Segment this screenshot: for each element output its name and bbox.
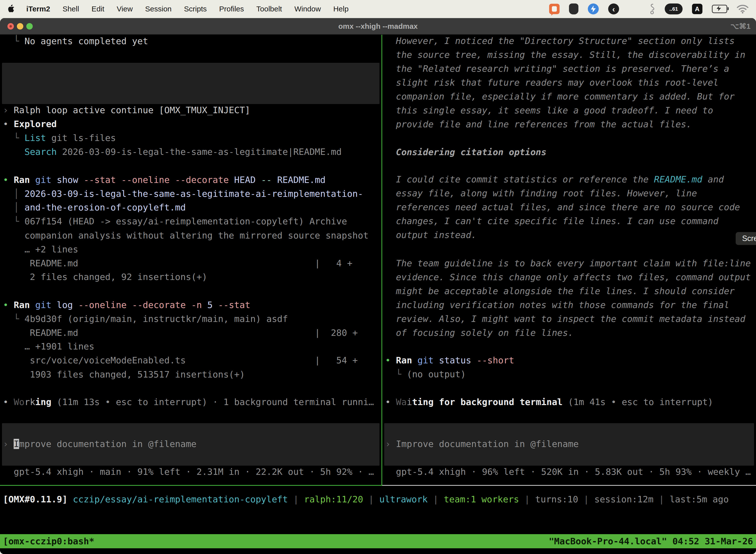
menu-item-shell[interactable]: Shell — [63, 5, 79, 13]
ralph-loop-box — [2, 63, 379, 104]
menu-item-window[interactable]: Window — [295, 5, 321, 13]
terminal-line: I could cite commit statistics or refere… — [385, 172, 724, 186]
menu-item-toolbelt[interactable]: Toolbelt — [256, 5, 282, 13]
terminal-line: the "Related research writing" section i… — [385, 62, 729, 76]
terminal-line: … +2 lines — [3, 242, 78, 257]
wifi-icon[interactable] — [737, 4, 749, 14]
terminal-line: │ and-the-erosion-of-copyleft.md — [3, 201, 186, 214]
menu-status-icons: ‹ ..61 A — [549, 3, 749, 15]
terminal-line: of focusing solely on file lines. — [385, 326, 573, 340]
terminal-line: However, I noticed the "Directory Struct… — [385, 35, 735, 48]
terminal-line: │ 2026-03-09-is-legal-the-same-as-legiti… — [3, 187, 363, 201]
terminal-line: › Improve documentation in @filename — [385, 437, 579, 451]
tmux-status-bar: [omx-cczip0:bash* "MacBook-Pro-44.local"… — [0, 534, 756, 548]
grid-dots-icon[interactable] — [629, 3, 639, 14]
terminal-line: Search 2026-03-09-is-legal-the-same-as-l… — [3, 145, 341, 159]
shield-grid-icon[interactable] — [569, 3, 578, 14]
input-source-icon[interactable]: A — [692, 4, 702, 14]
terminal-line: companion file, especially if more comme… — [385, 90, 735, 104]
terminal-line: essay file, along with finding root file… — [385, 186, 697, 200]
left-pane-bottom-border — [0, 485, 381, 486]
screen-overlay-badge[interactable]: Scre — [736, 232, 756, 245]
terminal-line: • Waiting for background terminal (1m 41… — [385, 395, 713, 409]
terminal-line: › Improve documentation in @filename — [3, 437, 196, 451]
terminal-line: evidence. Since this change only affects… — [385, 270, 751, 284]
terminal-line: README.md | 280 + — [3, 326, 358, 340]
window-title: omx --xhigh --madmax — [0, 18, 756, 34]
menu-item-iterm2[interactable]: iTerm2 — [26, 5, 50, 13]
chevron-disc-icon[interactable]: ‹ — [608, 3, 619, 14]
terminal-line: • Ran git log --oneline --decorate -n 5 … — [3, 298, 250, 312]
terminal-line: └ List git ls-files — [3, 131, 116, 145]
right-agent-pane[interactable]: However, I noticed the "Directory Struct… — [382, 35, 756, 486]
menu-item-profiles[interactable]: Profiles — [219, 5, 244, 13]
terminal-line: src/voice/voiceModeEnabled.ts | 54 + — [3, 353, 358, 367]
menu-item-edit[interactable]: Edit — [91, 5, 105, 13]
terminal-line: this single essay, it seems like a good … — [385, 104, 713, 117]
terminal-line: including verification notes with those … — [385, 298, 729, 312]
terminal-line: 1903 files changed, 513517 insertions(+) — [3, 368, 245, 382]
terminal-line: README.md | 4 + — [3, 257, 353, 270]
left-agent-pane[interactable]: │ └ No agents completed yet› Ralph loop … — [0, 35, 381, 486]
menu-item-help[interactable]: Help — [333, 5, 349, 13]
tmux-session-label: [omx-cczip0:bash* — [3, 536, 94, 546]
terminal-line: The team guideline is to back every impo… — [385, 257, 751, 270]
terminal-line: review. Also, I might want to inspect th… — [385, 312, 745, 326]
terminal-line: [OMX#0.11.9] cczip/essay/ai-reimplementa… — [3, 492, 729, 506]
battery-charging-icon[interactable] — [712, 5, 727, 13]
terminal-line: • Ran git show --stat --oneline --decora… — [3, 173, 326, 187]
apple-menu-icon[interactable] — [7, 4, 15, 13]
title-bar[interactable]: omx --xhigh --madmax ⌥⌘1 — [0, 18, 756, 35]
terminal-line: • Working (11m 13s • esc to interrupt) ·… — [3, 395, 374, 409]
squiggle-icon[interactable] — [649, 3, 655, 15]
screen-overlay-label: Scre — [742, 234, 756, 243]
terminal-line: provide file and line references from th… — [385, 117, 692, 131]
menu-item-scripts[interactable]: Scripts — [184, 5, 207, 13]
terminal-line: └ No agents completed yet — [3, 35, 148, 48]
terminal-line: companion analysis without altering the … — [3, 229, 369, 242]
window-shortcut: ⌥⌘1 — [731, 18, 751, 34]
chat-app-icon[interactable] — [549, 4, 560, 14]
terminal-line: • Ran git status --short — [385, 353, 514, 367]
terminal-line: 2 files changed, 92 insertions(+) — [3, 270, 207, 284]
right-pane-bottom-border — [382, 485, 756, 486]
terminal-line: └ 4b9d30f (origin/main, instructkr/main,… — [3, 312, 288, 326]
terminal-area: │ └ No agents completed yet› Ralph loop … — [0, 35, 756, 554]
terminal-line: gpt-5.4 xhigh · 96% left · 520K in · 5.8… — [385, 465, 751, 479]
terminal-line: Considering citation options — [385, 145, 547, 159]
terminal-line: └ (no output) — [385, 367, 466, 381]
menu-item-session[interactable]: Session — [145, 5, 172, 13]
bolt-badge-icon[interactable] — [588, 3, 599, 14]
terminal-line: gpt-5.4 xhigh · main · 91% left · 2.31M … — [3, 465, 374, 479]
terminal-line: • Explored — [3, 117, 57, 131]
tmux-host-clock: "MacBook-Pro-44.local" 04:52 31-Mar-26 — [549, 536, 753, 546]
terminal-line: changes, I can't cite specific file line… — [385, 214, 718, 228]
terminal-line: › Ralph loop active continue [OMX_TMUX_I… — [3, 103, 250, 117]
battery-percent-badge[interactable]: ..61 — [665, 3, 683, 14]
terminal-line: └ 067f154 (HEAD -> essay/ai-reimplementa… — [3, 214, 347, 228]
terminal-line: slight risk that future readers may over… — [385, 76, 718, 90]
terminal-line: the source tree, missing the essay. Stil… — [385, 48, 745, 62]
terminal-line: references need actual files, and since … — [385, 200, 740, 214]
pane-divider-vertical[interactable] — [381, 35, 382, 486]
terminal-line: output instead. — [385, 228, 477, 242]
terminal-line: … +1901 lines — [3, 340, 94, 353]
screen: iTerm2ShellEditViewSessionScriptsProfile… — [0, 0, 756, 554]
iterm-window: omx --xhigh --madmax ⌥⌘1 │ └ No agents c… — [0, 18, 756, 554]
menu-item-view[interactable]: View — [117, 5, 133, 13]
menu-bar: iTerm2ShellEditViewSessionScriptsProfile… — [0, 0, 756, 18]
terminal-line: might be acceptable alongside the file l… — [385, 284, 735, 298]
menu-items: iTerm2ShellEditViewSessionScriptsProfile… — [26, 5, 361, 13]
